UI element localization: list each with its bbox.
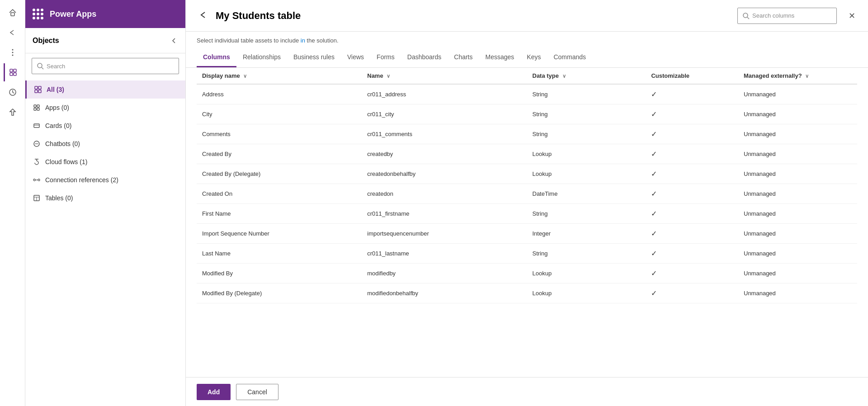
cell-data-type: Lookup [527,283,646,303]
sidebar-search[interactable]: Search [32,58,179,74]
cell-managed: Unmanaged [738,84,857,104]
cell-data-type: DateTime [527,184,646,204]
cell-display-name: Modified By (Delegate) [197,283,362,303]
table-row[interactable]: First Name cr011_firstname String ✓ Unma… [197,204,857,224]
svg-rect-17 [34,108,36,110]
cell-managed: Unmanaged [738,224,857,244]
svg-point-9 [38,63,42,68]
app-header: Power Apps [25,0,185,28]
tab-dashboards[interactable]: Dashboards [401,47,448,67]
table-row[interactable]: City cr011_city String ✓ Unmanaged [197,104,857,124]
cell-name: cr011_lastname [362,244,527,264]
sidebar-item-label-cards: Cards (0) [45,122,71,129]
cards-icon [33,122,41,130]
page-body: My Students table Search columns ✕ Selec… [186,28,868,406]
table-row[interactable]: Import Sequence Number importsequencenum… [197,224,857,244]
sidebar-item-chatbots[interactable]: Chatbots (0) [25,135,185,153]
left-icon-strip [0,0,25,406]
tab-charts[interactable]: Charts [448,47,479,67]
table-row[interactable]: Address cr011_address String ✓ Unmanaged [197,84,857,104]
svg-point-24 [38,143,38,144]
cell-display-name: First Name [197,204,362,224]
cell-customizable: ✓ [646,164,738,184]
header-name[interactable]: Name ∨ [362,68,527,84]
columns-table-container: Display name ∨ Name ∨ Data type ∨ Custom… [186,68,868,377]
nav-publish-icon[interactable] [4,103,22,121]
nav-history-icon[interactable] [4,83,22,101]
cell-customizable: ✓ [646,124,738,144]
cell-display-name: Modified By [197,264,362,283]
cancel-button[interactable]: Cancel [236,384,278,400]
modal-subtitle: Select individual table assets to includ… [186,37,868,44]
sidebar: Power Apps Objects Search All (3) Apps (… [25,0,186,406]
svg-rect-14 [38,90,41,93]
sidebar-item-all[interactable]: All (3) [25,80,185,99]
sort-data-type-icon: ∨ [562,73,566,79]
modal-header: My Students table Search columns ✕ [186,28,868,32]
tab-relationships[interactable]: Relationships [236,47,287,67]
sidebar-item-cloudflows[interactable]: Cloud flows (1) [25,153,185,171]
tab-messages[interactable]: Messages [479,47,521,67]
header-data-type[interactable]: Data type ∨ [527,68,646,84]
svg-rect-11 [35,86,38,89]
sidebar-item-connrefs[interactable]: Connection references (2) [25,171,185,189]
svg-point-26 [38,179,40,181]
table-row[interactable]: Comments cr011_comments String ✓ Unmanag… [197,124,857,144]
connection-icon [33,176,41,184]
cell-name: cr011_address [362,84,527,104]
sidebar-item-tables[interactable]: Tables (0) [25,189,185,207]
chatbots-icon [33,140,41,148]
cell-name: cr011_comments [362,124,527,144]
cell-managed: Unmanaged [738,164,857,184]
svg-rect-4 [10,69,13,72]
collapse-icon[interactable] [169,36,178,45]
tab-forms[interactable]: Forms [370,47,401,67]
cell-customizable: ✓ [646,283,738,303]
sidebar-item-apps[interactable]: Apps (0) [25,99,185,117]
tab-commands[interactable]: Commands [547,47,592,67]
cell-data-type: String [527,104,646,124]
svg-rect-12 [38,86,41,89]
cell-customizable: ✓ [646,184,738,204]
sidebar-item-label-tables: Tables (0) [45,194,73,202]
modal-subtitle-link[interactable]: in [301,37,305,44]
cell-customizable: ✓ [646,204,738,224]
table-row[interactable]: Created By (Delegate) createdonbehalfby … [197,164,857,184]
svg-point-25 [33,179,35,181]
cell-managed: Unmanaged [738,283,857,303]
table-row[interactable]: Modified By (Delegate) modifiedonbehalfb… [197,283,857,303]
all-icon [34,85,42,94]
modal-panel: My Students table Search columns ✕ Selec… [186,28,868,406]
tab-business-rules[interactable]: Business rules [287,47,341,67]
cell-data-type: Lookup [527,144,646,164]
sidebar-item-cards[interactable]: Cards (0) [25,117,185,135]
header-display-name[interactable]: Display name ∨ [197,68,362,84]
table-header-row: Display name ∨ Name ∨ Data type ∨ Custom… [197,68,857,84]
header-managed-externally[interactable]: Managed externally? ∨ [738,68,857,84]
table-row[interactable]: Last Name cr011_lastname String ✓ Unmana… [197,244,857,264]
tab-keys[interactable]: Keys [520,47,547,67]
sort-display-name-icon: ∨ [243,73,247,79]
cell-name: createdonbehalfby [362,164,527,184]
cell-customizable: ✓ [646,104,738,124]
cell-name: createdby [362,144,527,164]
nav-home-icon[interactable] [4,4,22,22]
svg-point-2 [12,52,13,53]
nav-objects-icon[interactable] [4,63,22,81]
app-title: Power Apps [50,9,96,19]
cell-data-type: Integer [527,224,646,244]
table-row[interactable]: Created By createdby Lookup ✓ Unmanaged [197,144,857,164]
tab-views[interactable]: Views [341,47,370,67]
cell-name: importsequencenumber [362,224,527,244]
nav-back-icon[interactable] [4,24,22,42]
cell-display-name: Import Sequence Number [197,224,362,244]
tab-columns[interactable]: Columns [197,47,236,67]
add-button[interactable]: Add [197,384,231,400]
cell-customizable: ✓ [646,264,738,283]
table-row[interactable]: Modified By modifiedby Lookup ✓ Unmanage… [197,264,857,283]
cell-data-type: String [527,124,646,144]
nav-dots-icon[interactable] [4,43,22,61]
cell-name: modifiedonbehalfby [362,283,527,303]
table-row[interactable]: Created On createdon DateTime ✓ Unmanage… [197,184,857,204]
svg-rect-13 [35,90,38,93]
